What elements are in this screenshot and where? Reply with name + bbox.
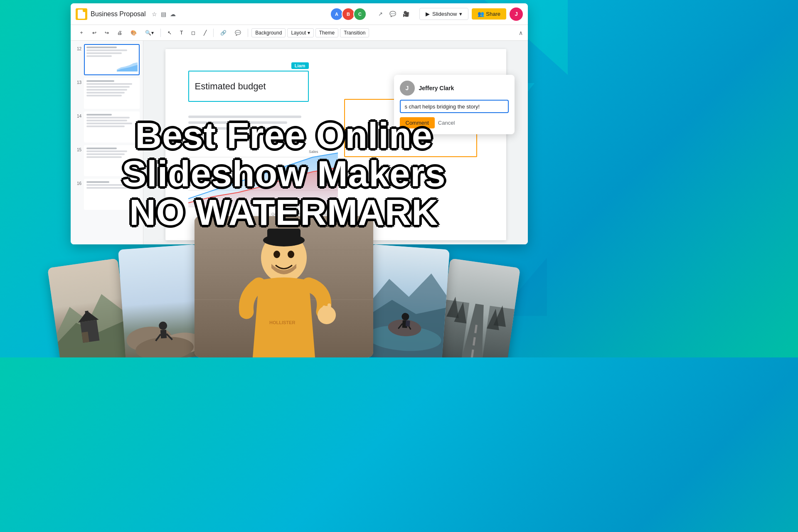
slide-number-15: 15 [74,145,81,152]
photo-card-center-person: HOLLISTER [195,216,373,357]
svg-rect-36 [323,305,326,314]
title-bar: Business Proposal ☆ ▤ ☁ A B C ↗ 💬 🎥 ▶ Sl… [71,3,528,25]
collapse-icon[interactable]: ∧ [519,30,523,36]
comment-cancel-button[interactable]: Cancel [438,120,455,126]
comment-user: J Jeffery Clark [400,81,509,96]
toolbar-add[interactable]: ＋ [76,27,87,38]
slides-logo-icon [76,8,87,20]
cloud-icon[interactable]: ☁ [169,10,177,18]
svg-rect-50 [406,320,410,327]
rocky-shore-svg [118,244,204,357]
photo-card-rocky-shore [118,244,204,357]
avatar-3: C [353,7,367,21]
toolbar-paintformat[interactable]: 🎨 [127,28,140,37]
dropdown-arrow-icon: ▾ [459,11,462,17]
foggy-road-svg [436,258,520,357]
title-icons: ☆ ▤ ☁ [151,10,177,18]
comment-input[interactable]: s chart helps bridging the story! [400,100,509,113]
user-avatar[interactable]: J [510,7,523,21]
comment-username: Jeffery Clark [419,85,454,91]
slide-thumb-15[interactable]: 15 [74,145,140,176]
photo-card-lake-mountain [363,244,450,357]
comment-popup: J Jeffery Clark s chart helps bridging t… [394,75,515,134]
slideshow-label: Slideshow [432,11,457,17]
toolbar-zoom[interactable]: 🔍▾ [142,28,157,37]
mountain-church-svg [47,258,131,357]
file-title: Business Proposal [91,10,146,18]
collaborator-avatars: A B C [332,7,367,21]
svg-rect-37 [328,303,331,313]
toolbar: ＋ ↩ ↪ 🖨 🎨 🔍▾ ↖ T ◻ ╱ 🔗 💬 Background Layo… [71,25,528,41]
comment-text: s chart helps bridging the story! [405,103,480,110]
toolbar-print[interactable]: 🖨 [114,28,126,37]
svg-point-39 [288,251,294,258]
slide-preview-16[interactable] [84,179,140,210]
toolbar-comment[interactable]: 💬 [232,28,244,37]
slides-app-window: Business Proposal ☆ ▤ ☁ A B C ↗ 💬 🎥 ▶ Sl… [71,3,528,244]
slide-number-16: 16 [74,179,81,186]
slide-preview-12[interactable] [84,44,140,75]
slide-thumb-13[interactable]: 13 [74,78,140,109]
toolbar-cursor[interactable]: ↖ [164,28,175,37]
slide-preview-14[interactable] [84,111,140,143]
star-icon[interactable]: ☆ [151,10,158,18]
separator-1 [160,29,161,37]
slide-content-lines [188,116,330,133]
mini-chart-12 [117,59,138,71]
slide-number-14: 14 [74,111,81,118]
separator-2 [213,29,214,37]
center-person-svg: HOLLISTER [195,216,373,357]
theme-btn[interactable]: Theme [315,28,338,37]
svg-text:Sales: Sales [309,150,318,154]
estimated-budget-box[interactable]: Liam Estimated budget [188,71,309,102]
photo-cards-container: HOLLISTER [0,212,568,357]
toolbar-redo[interactable]: ↪ [101,28,112,37]
photo-card-foggy-road [436,258,520,357]
slide-thumb-14[interactable]: 14 [74,111,140,143]
comment-icon[interactable]: 💬 [389,11,396,17]
toolbar-line[interactable]: ╱ [200,28,210,37]
transition-btn[interactable]: Transition [340,28,369,37]
chart-area: Q1 Q2 Q3 Q4 Q5 Q6 Sales [188,132,338,224]
liam-tag: Liam [291,62,309,69]
svg-rect-25 [160,330,167,338]
svg-point-38 [273,251,280,258]
toolbar-link[interactable]: 🔗 [217,28,230,37]
meet-icon[interactable]: 🎥 [403,11,409,17]
share-button[interactable]: 👥 Share [472,8,506,20]
background-btn[interactable]: Background [251,28,286,37]
photo-card-mountain-church [47,258,131,357]
chart-icon[interactable]: ↗ [378,11,383,17]
share-label: Share [486,11,500,17]
slide-chart: Q1 Q2 Q3 Q4 Q5 Q6 Sales [188,132,338,224]
toolbar-shape[interactable]: ◻ [188,28,199,37]
slide-number-12: 12 [74,44,81,51]
share-icon: 👥 [478,11,484,17]
svg-text:HOLLISTER: HOLLISTER [269,320,295,325]
slideshow-button[interactable]: ▶ Slideshow ▾ [419,8,468,20]
slide-preview-13[interactable] [84,78,140,109]
toolbar-text[interactable]: T [177,28,186,37]
drive-icon[interactable]: ▤ [160,10,167,18]
slide-canvas[interactable]: Liam Estimated budget Lori [165,49,506,240]
slideshow-icon: ▶ [426,11,430,17]
comment-submit-button[interactable]: Comment [400,117,435,128]
toolbar-undo[interactable]: ↩ [89,28,100,37]
slide-thumb-12[interactable]: 12 [74,44,140,75]
svg-rect-34 [267,229,300,241]
separator-3 [248,29,248,37]
estimated-budget-text: Estimated budget [195,81,266,92]
lake-mountain-svg [363,244,450,357]
layout-btn[interactable]: Layout ▾ [287,28,313,37]
comment-avatar: J [400,81,415,96]
comment-actions: Comment Cancel [400,117,509,128]
slide-thumb-16[interactable]: 16 [74,179,140,210]
slide-preview-15[interactable] [84,145,140,176]
slide-number-13: 13 [74,78,81,85]
svg-point-35 [318,306,336,324]
